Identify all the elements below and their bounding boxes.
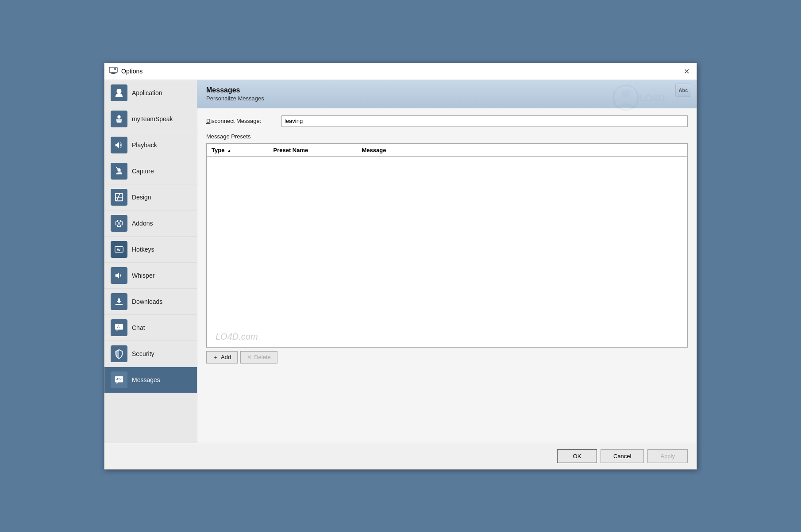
- delete-icon: ✕: [247, 354, 252, 360]
- design-icon: [111, 189, 127, 206]
- svg-text:Abc: Abc: [116, 377, 123, 381]
- presets-table: Type ▲ Preset Name Message: [207, 144, 687, 347]
- cancel-button[interactable]: Cancel: [601, 449, 644, 463]
- panel-header: Messages Personalize Messages LO4D Abc: [197, 80, 697, 108]
- svg-rect-0: [109, 67, 117, 73]
- hotkeys-label: Hotkeys: [132, 246, 154, 253]
- svg-text:W: W: [117, 248, 120, 252]
- svg-rect-14: [116, 304, 123, 305]
- svg-rect-6: [117, 120, 122, 122]
- svg-text:LO4D: LO4D: [639, 92, 665, 103]
- empty-row: [207, 156, 687, 347]
- chat-icon: A: [111, 319, 127, 336]
- sidebar: Application myTeamSpeak: [104, 80, 197, 443]
- svg-marker-19: [117, 382, 119, 384]
- header-watermark: LO4D: [604, 84, 674, 116]
- panel-body: Disconnect Message: Message Presets Type: [197, 108, 697, 443]
- hotkeys-icon: W: [111, 241, 127, 258]
- main-panel: Messages Personalize Messages LO4D Abc: [197, 80, 697, 443]
- sort-arrow-type: ▲: [227, 148, 231, 153]
- sidebar-item-security[interactable]: Security: [104, 341, 197, 367]
- svg-rect-11: [118, 222, 120, 225]
- disconnect-field-row: Disconnect Message:: [206, 115, 688, 127]
- chat-label: Chat: [132, 324, 145, 331]
- messages-icon: Abc: [111, 371, 127, 388]
- svg-point-22: [621, 89, 630, 98]
- content-area: Application myTeamSpeak: [104, 80, 697, 443]
- addons-label: Addons: [132, 220, 153, 227]
- svg-marker-16: [117, 329, 119, 331]
- table-buttons: ＋ + Add Add ✕ Delete: [206, 351, 688, 364]
- delete-button[interactable]: ✕ Delete: [240, 351, 277, 364]
- sidebar-item-whisper[interactable]: Whisper: [104, 263, 197, 289]
- security-icon: [111, 345, 127, 362]
- messages-label: Messages: [132, 376, 160, 383]
- addons-icon: [111, 215, 127, 232]
- myteamspeak-label: myTeamSpeak: [132, 115, 173, 122]
- abc-badge: Abc: [675, 84, 691, 97]
- add-icon: ＋: [213, 353, 219, 361]
- presets-table-container: Type ▲ Preset Name Message: [206, 143, 688, 348]
- options-window: Options ✕ Application: [104, 63, 697, 470]
- application-label: Application: [132, 89, 162, 96]
- sidebar-item-playback[interactable]: Playback: [104, 132, 197, 158]
- playback-label: Playback: [132, 142, 157, 149]
- whisper-icon: [111, 267, 127, 284]
- application-icon: [111, 84, 127, 101]
- window-title: Options: [121, 68, 142, 75]
- sidebar-item-capture[interactable]: Capture: [104, 158, 197, 184]
- svg-rect-2: [111, 73, 116, 74]
- svg-rect-1: [112, 73, 115, 73]
- svg-text:A: A: [117, 325, 119, 329]
- sidebar-item-application[interactable]: Application: [104, 80, 197, 106]
- sidebar-item-hotkeys[interactable]: W Hotkeys: [104, 237, 197, 263]
- capture-icon: [111, 163, 127, 180]
- sidebar-item-design[interactable]: Design: [104, 184, 197, 211]
- sidebar-item-myteamspeak[interactable]: myTeamSpeak: [104, 106, 197, 132]
- col-header-preset[interactable]: Preset Name: [269, 144, 358, 156]
- disconnect-input[interactable]: [281, 115, 688, 127]
- whisper-label: Whisper: [132, 272, 154, 279]
- presets-section-label: Message Presets: [206, 133, 688, 140]
- title-bar: Options ✕: [104, 63, 697, 80]
- svg-point-4: [117, 115, 120, 118]
- sidebar-item-addons[interactable]: Addons: [104, 211, 197, 237]
- apply-button[interactable]: Apply: [647, 449, 688, 463]
- downloads-icon: [111, 293, 127, 310]
- add-button[interactable]: ＋ + Add Add: [206, 351, 238, 364]
- presets-table-body: [207, 156, 687, 347]
- col-header-message[interactable]: Message: [358, 144, 687, 156]
- sidebar-item-downloads[interactable]: Downloads: [104, 289, 197, 315]
- window-icon: [109, 66, 118, 77]
- title-bar-left: Options: [109, 66, 142, 77]
- ok-button[interactable]: OK: [557, 449, 597, 463]
- security-label: Security: [132, 350, 154, 357]
- sidebar-item-messages[interactable]: Abc Messages: [104, 367, 197, 393]
- sidebar-item-chat[interactable]: A Chat: [104, 315, 197, 341]
- col-header-type[interactable]: Type ▲: [207, 144, 269, 156]
- capture-label: Capture: [132, 168, 154, 175]
- close-button[interactable]: ✕: [681, 66, 692, 77]
- disconnect-label: Disconnect Message:: [206, 118, 281, 124]
- myteamspeak-icon: [111, 111, 127, 127]
- footer: OK Cancel Apply: [104, 443, 697, 469]
- svg-rect-5: [116, 119, 123, 120]
- playback-icon: [111, 137, 127, 153]
- design-label: Design: [132, 194, 151, 201]
- downloads-label: Downloads: [132, 298, 162, 305]
